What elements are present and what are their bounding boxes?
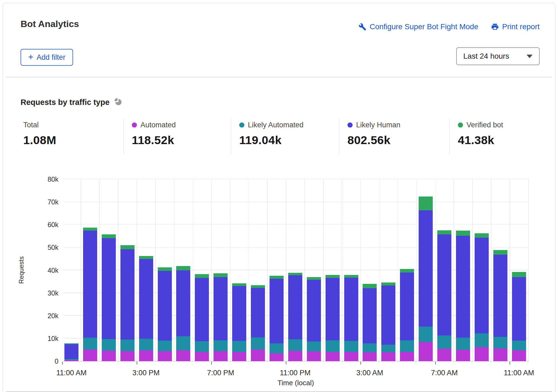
bar-11-00-am[interactable] [512,272,526,361]
bar-segment-likely-human [475,238,489,333]
bar-6-00-pm[interactable] [195,274,209,361]
stat-label: Likely Automated [248,121,304,129]
stat-value: 119.04k [239,134,339,147]
bar-segment-likely-automated [120,340,134,351]
bar-segment-likely-human [64,344,78,359]
bar-11-00-pm[interactable] [288,273,302,361]
bar-segment-automated [493,348,507,361]
v-gridline [211,179,212,361]
bar-segment-likely-automated [158,341,172,351]
time-range-dropdown[interactable]: Last 24 hours [456,47,540,65]
bar-11-00-am[interactable] [64,343,78,361]
bar-segment-likely-automated [270,343,284,353]
bar-segment-likely-automated [381,345,395,353]
bar-7-00-pm[interactable] [214,273,228,361]
bar-segment-likely-human [102,238,116,339]
v-gridline [193,179,193,361]
v-gridline [99,179,100,361]
y-tick-label: 30k [29,289,58,297]
bar-9-00-pm[interactable] [251,285,265,361]
bar-segment-automated [307,351,321,361]
x-tick-label: 7:00 AM [431,369,458,377]
x-tick-mark [286,362,286,364]
bar-segment-automated [195,352,209,361]
bar-3-00-am[interactable] [363,284,377,361]
add-filter-button[interactable]: + Add filter [21,49,73,66]
bar-1-00-pm[interactable] [102,234,116,361]
bar-5-00-pm[interactable] [176,266,190,361]
bar-8-00-am[interactable] [456,231,470,361]
bar-segment-verified-bot [344,275,358,278]
bar-7-00-am[interactable] [437,230,451,361]
bar-segment-likely-automated [326,340,340,352]
stat-likely-automated: Likely Automated 119.04k [231,119,339,154]
bar-segment-automated [475,347,489,361]
bar-segment-likely-human [158,271,172,341]
likely-human-dot-icon [347,122,353,128]
bar-4-00-am[interactable] [381,283,395,361]
bar-segment-verified-bot [195,274,209,278]
v-gridline [286,179,286,361]
bar-segment-likely-automated [437,335,451,349]
v-gridline [510,179,510,361]
bar-segment-verified-bot [326,275,340,278]
bar-segment-automated [344,352,358,361]
bar-segment-automated [381,352,395,361]
v-gridline [398,179,398,361]
bar-segment-likely-human [195,278,209,341]
stat-likely-human: Likely Human 802.56k [339,119,449,154]
bar-10-00-pm[interactable] [270,276,284,361]
bar-2-00-am[interactable] [344,275,358,361]
bar-9-00-am[interactable] [475,233,489,361]
bar-segment-likely-automated [512,341,526,350]
bar-segment-verified-bot [102,234,116,238]
bar-12-00-am[interactable] [307,277,321,361]
h-gridline [63,179,529,180]
automated-dot-icon [132,122,137,128]
bar-segment-likely-human [307,280,321,341]
v-gridline [267,179,268,361]
print-link-label: Print report [502,22,540,31]
bar-6-00-am[interactable] [419,197,433,361]
y-axis-labels: 010k20k30k40k50k60k70k80k [29,179,58,361]
bar-segment-automated [83,350,97,361]
x-tick-mark [435,362,436,364]
bar-segment-automated [102,351,116,361]
v-gridline [118,179,119,361]
bar-8-00-pm[interactable] [232,283,246,361]
x-tick-label: 11:00 AM [504,369,534,377]
bar-segment-likely-automated [456,338,470,350]
bar-5-00-am[interactable] [400,269,414,361]
bar-segment-verified-bot [363,284,377,288]
bar-segment-verified-bot [437,230,451,234]
v-gridline [454,179,454,361]
bar-segment-automated [419,342,433,361]
configure-super-bot-fight-mode-link[interactable]: Configure Super Bot Fight Mode [359,22,478,31]
bar-segment-likely-automated [251,337,265,350]
x-tick-mark [211,362,212,364]
wrench-icon [359,23,366,31]
bar-4-00-pm[interactable] [158,267,172,361]
bar-segment-likely-automated [344,341,358,352]
bar-2-00-pm[interactable] [120,245,134,361]
bar-segment-verified-bot [158,267,172,271]
bar-segment-likely-human [326,278,340,340]
x-tick-mark [360,362,361,364]
bar-segment-likely-human [83,231,97,338]
bar-segment-automated [176,350,190,361]
bar-segment-likely-human [381,285,395,345]
bar-3-00-pm[interactable] [139,256,153,361]
bar-1-00-am[interactable] [326,275,340,361]
bar-segment-automated [363,352,377,361]
bar-segment-automated [139,350,153,361]
v-gridline [174,179,175,361]
pie-chart-icon [114,98,122,107]
bar-segment-verified-bot [288,273,302,275]
bar-12-00-pm[interactable] [83,228,97,361]
bar-10-00-am[interactable] [493,250,507,361]
bar-segment-likely-human [512,277,526,341]
bar-segment-likely-human [288,275,302,339]
print-report-link[interactable]: Print report [491,22,540,31]
bar-segment-verified-bot [251,285,265,288]
bar-segment-likely-automated [288,339,302,351]
